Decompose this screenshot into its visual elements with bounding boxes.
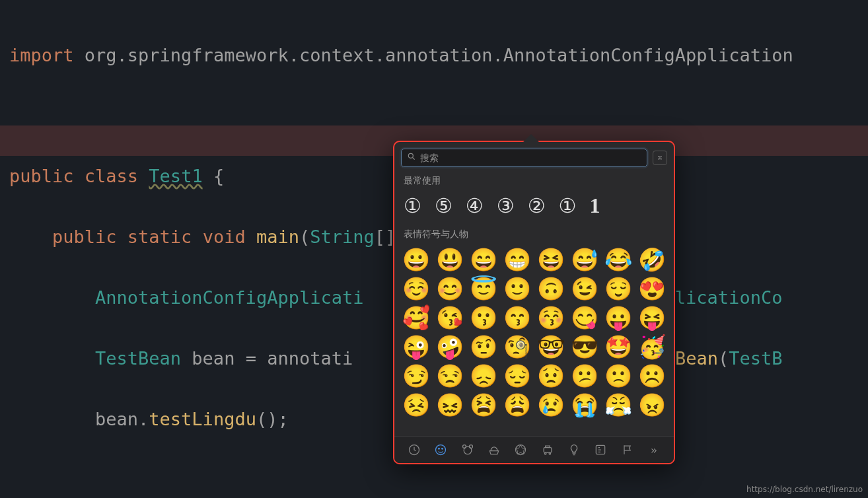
emoji-item[interactable]: 🙂 (503, 277, 532, 300)
emoji-item[interactable]: 😘 (436, 306, 464, 329)
emoji-item[interactable]: 😋 (570, 306, 598, 329)
section-label-emoji: 表情符号与人物 (404, 229, 666, 240)
emoji-item[interactable]: 😇 (470, 277, 498, 300)
method-main: main (256, 227, 299, 247)
emoji-item[interactable]: 😜 (402, 336, 431, 358)
dot: . (138, 409, 149, 429)
emoji-item[interactable]: 😁 (503, 248, 532, 271)
category-food-icon[interactable] (486, 442, 502, 458)
recent-item[interactable]: ⑤ (435, 194, 452, 217)
emoji-item[interactable]: 😩 (503, 394, 532, 416)
paren-close: ) (267, 409, 277, 429)
emoji-item[interactable]: 😍 (637, 277, 666, 300)
emoji-item[interactable]: 😤 (604, 394, 632, 416)
keyboard-shortcut-badge: ⌘ (653, 151, 667, 165)
category-more-icon[interactable]: » (646, 442, 662, 458)
category-objects-icon[interactable] (566, 442, 582, 458)
category-flags-icon[interactable] (620, 442, 635, 458)
emoji-item[interactable]: 😀 (402, 248, 431, 271)
emoji-item[interactable]: ☹️ (637, 365, 666, 387)
category-smileys-icon[interactable] (433, 442, 449, 458)
emoji-item[interactable]: 😭 (570, 394, 598, 416)
emoji-item[interactable]: 🤣 (637, 248, 666, 271)
emoji-item[interactable]: 😆 (537, 248, 565, 271)
emoji-item[interactable]: 😃 (436, 248, 464, 271)
emoji-search-input[interactable] (420, 153, 641, 163)
emoji-item[interactable]: 🤩 (604, 336, 632, 358)
svg-point-12 (549, 453, 551, 455)
var-bean: bean (95, 409, 138, 429)
emoji-item[interactable]: 😒 (436, 365, 464, 387)
emoji-item[interactable]: 😫 (470, 394, 498, 416)
emoji-item[interactable]: 🙃 (537, 277, 565, 300)
type-testbean: TestBean (95, 348, 181, 369)
emoji-search-field[interactable] (401, 149, 647, 167)
emoji-grid: 😀😃😄😁😆😅😂🤣☺️😊😇🙂🙃😉😌😍🥰😘😗😙😚😋😛😝😜🤪🤨🧐🤓😎🤩🥳😏😒😞😔😟😕🙁… (402, 244, 666, 416)
emoji-item[interactable]: 😠 (637, 394, 666, 416)
package-path: org.springframework.context.annotation.A… (85, 45, 793, 65)
emoji-item[interactable]: 😅 (570, 248, 598, 271)
emoji-item[interactable]: 😖 (436, 394, 464, 416)
emoji-item[interactable]: 🙁 (604, 365, 632, 387)
recent-item[interactable]: ③ (497, 194, 515, 217)
recent-item[interactable]: ② (528, 194, 546, 217)
emoji-item[interactable]: 🧐 (503, 336, 532, 358)
keyword-void: void (203, 227, 246, 247)
category-animals-icon[interactable] (460, 442, 476, 458)
emoji-item[interactable]: 🤨 (470, 336, 498, 358)
emoji-item[interactable]: 😙 (503, 306, 532, 329)
emoji-item[interactable]: 🤪 (436, 336, 464, 358)
svg-rect-10 (544, 448, 552, 453)
recent-item[interactable]: 1 (589, 194, 600, 218)
section-label-recent: 最常使用 (404, 175, 666, 187)
keyword-public: public (9, 166, 74, 186)
code-line-blank (9, 101, 868, 131)
emoji-item[interactable]: 😊 (436, 277, 464, 300)
code-line: import org.springframework.context.annot… (9, 40, 868, 71)
emoji-item[interactable]: 😟 (537, 365, 565, 387)
emoji-item[interactable]: 🤓 (537, 336, 565, 358)
emoji-item[interactable]: 😏 (402, 365, 431, 387)
semicolon: ; (277, 409, 288, 429)
code-line-blank (9, 464, 868, 495)
emoji-item[interactable]: 🥳 (637, 336, 666, 358)
emoji-item[interactable]: 😄 (470, 248, 498, 271)
search-icon (407, 152, 416, 164)
emoji-item[interactable]: 😕 (570, 365, 598, 387)
emoji-item[interactable]: 😔 (503, 365, 532, 387)
category-symbols-icon[interactable] (593, 442, 608, 458)
category-travel-icon[interactable] (540, 442, 556, 458)
method-testlingdu: testLingdu (149, 409, 256, 429)
svg-point-0 (408, 153, 413, 158)
emoji-item[interactable]: 😚 (537, 306, 565, 329)
recent-item[interactable]: ① (404, 194, 421, 217)
category-recent-icon[interactable] (406, 442, 422, 458)
arg-testbean: TestB (729, 348, 782, 369)
paren-open: ( (299, 227, 310, 247)
emoji-item[interactable]: 😝 (637, 306, 666, 329)
emoji-item[interactable]: 🥰 (402, 306, 431, 329)
emoji-category-bar: » (394, 436, 674, 463)
emoji-picker-popup: ⌘ 最常使用 ① ⑤ ④ ③ ② ① 1 表情符号与人物 😀😃😄😁😆😅😂🤣☺️😊… (393, 141, 675, 464)
emoji-item[interactable]: 😗 (470, 306, 498, 329)
emoji-item[interactable]: 😎 (570, 336, 598, 358)
equals: = (235, 348, 267, 369)
svg-point-3 (436, 445, 446, 455)
emoji-item[interactable]: 😢 (537, 394, 565, 416)
emoji-item[interactable]: 😌 (604, 277, 632, 300)
type-string: String (310, 227, 375, 247)
svg-point-11 (544, 453, 546, 455)
svg-point-4 (439, 448, 440, 450)
recent-item[interactable]: ④ (466, 194, 484, 217)
category-activity-icon[interactable] (513, 442, 528, 458)
emoji-item[interactable]: 😞 (470, 365, 498, 387)
emoji-item[interactable]: 😛 (604, 306, 632, 329)
recent-item[interactable]: ① (559, 194, 577, 217)
emoji-item[interactable]: 😂 (604, 248, 632, 271)
class-name: Test1 (149, 166, 202, 186)
emoji-picker-body: 最常使用 ① ⑤ ④ ③ ② ① 1 表情符号与人物 😀😃😄😁😆😅😂🤣☺️😊😇🙂… (394, 171, 674, 436)
emoji-item[interactable]: ☺️ (402, 277, 431, 300)
emoji-item[interactable]: 😣 (402, 394, 431, 416)
svg-line-1 (413, 158, 415, 160)
emoji-item[interactable]: 😉 (570, 277, 598, 300)
